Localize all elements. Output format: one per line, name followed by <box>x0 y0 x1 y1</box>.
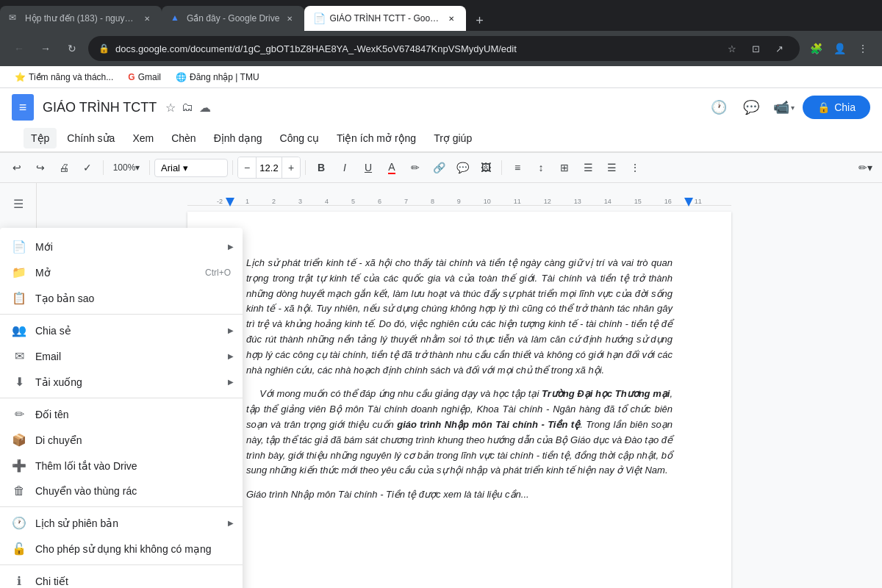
menu-dinh-dang[interactable]: Định dạng <box>207 128 270 148</box>
url-text: docs.google.com/document/d/1gC_gbOT1bZ8H… <box>115 43 716 54</box>
tab-docs-title: GIÁO TRÌNH TCTT - Google Tai li... <box>329 13 441 24</box>
refresh-button[interactable]: ↻ <box>62 38 82 59</box>
more-options-button[interactable]: ⋮ <box>624 157 646 179</box>
menu-cong-cu[interactable]: Công cụ <box>273 128 326 148</box>
toolbar-sep-3 <box>232 160 233 175</box>
redo-button[interactable]: ↪ <box>29 157 51 179</box>
extensions-icon[interactable]: 🧩 <box>806 38 826 59</box>
outline-icon[interactable]: ☰ <box>5 190 32 217</box>
italic-button[interactable]: I <box>334 157 356 179</box>
zoom-button[interactable]: 100%▾ <box>108 157 145 179</box>
tab-docs[interactable]: 📄 GIÁO TRÌNH TCTT - Google Tai li... ✕ <box>304 6 466 31</box>
toolbar: ↩ ↪ 🖨 ✓ 100%▾ Arial ▾ − + B I U A ✏ 🔗 💬 … <box>0 152 882 183</box>
forward-button[interactable]: → <box>35 38 56 59</box>
bookmark-tiem-nang-icon: ⭐ <box>15 72 26 82</box>
tab-drive-title: Gần đây - Google Drive <box>187 13 279 24</box>
document-area[interactable]: -21234 56789 1011121314 151611 Lịch sử p… <box>37 183 882 588</box>
bookmark-gmail[interactable]: G Gmail <box>122 71 167 84</box>
comments-icon[interactable]: 💬 <box>738 94 764 121</box>
tab-drive-favicon: ▲ <box>171 12 182 24</box>
tab-email-close[interactable]: ✕ <box>141 12 153 24</box>
address-bar: ← → ↻ 🔒 docs.google.com/document/d/1gC_g… <box>0 31 882 66</box>
bookmark-tiem-nang[interactable]: ⭐ Tiềm năng và thách... <box>9 71 119 84</box>
bookmark-tmu-label: Đăng nhập | TMU <box>190 72 259 82</box>
bookmark-tiem-nang-label: Tiềm năng và thách... <box>29 72 113 82</box>
bookmark-star-icon[interactable]: ☆ <box>722 38 742 59</box>
new-tab-button[interactable]: + <box>469 10 490 31</box>
toolbar-sep-4 <box>305 160 306 175</box>
more-icon[interactable]: ⋮ <box>853 38 873 59</box>
menu-tien-ich[interactable]: Tiện ích mở rộng <box>329 128 423 148</box>
line-spacing-button[interactable]: ↕ <box>530 157 552 179</box>
font-size-increase[interactable]: + <box>282 157 300 178</box>
format-button[interactable]: ⊞ <box>553 157 576 179</box>
url-bar[interactable]: 🔒 docs.google.com/document/d/1gC_gbOT1bZ… <box>88 36 800 61</box>
paragraph-1: Lịch sử phát triển kinh tế - xã hội cho … <box>246 256 673 378</box>
bookmark-gmail-icon: G <box>128 72 135 82</box>
menu-bar: Tệp Chính sửa Xem Chèn Định dạng Công cụ… <box>12 125 870 151</box>
history-icon[interactable]: 🕐 <box>706 94 732 121</box>
align-button[interactable]: ≡ <box>506 157 528 179</box>
ruler-numbers: -21234 56789 1011121314 151611 <box>187 198 731 205</box>
undo-button[interactable]: ↩ <box>6 157 28 179</box>
menu-tro-giup[interactable]: Trợ giúp <box>426 128 479 148</box>
app-area: ≡ GIÁO TRÌNH TCTT ☆ 🗂 ☁ 🕐 💬 📹▾ 🔒 Chia <box>0 88 882 588</box>
back-button[interactable]: ← <box>9 38 29 59</box>
video-icon[interactable]: 📹▾ <box>770 94 797 121</box>
share-button[interactable]: 🔒 Chia <box>803 96 870 119</box>
font-size-control: − + <box>237 157 301 179</box>
menu-xem[interactable]: Xem <box>125 128 161 148</box>
tab-email-title: Hộp thư đến (183) - nguyenhoai... <box>25 13 137 24</box>
docs-header-actions: 🕐 💬 📹▾ 🔒 Chia <box>706 94 870 121</box>
link-button[interactable]: 🔗 <box>428 157 450 179</box>
tab-email-favicon: ✉ <box>9 12 21 24</box>
tab-docs-close[interactable]: ✕ <box>445 12 457 24</box>
tab-bar: ✉ Hộp thư đến (183) - nguyenhoai... ✕ ▲ … <box>0 0 882 31</box>
tab-drive[interactable]: ▲ Gần đây - Google Drive ✕ <box>162 6 304 31</box>
font-size-input[interactable] <box>256 157 282 178</box>
font-size-decrease[interactable]: − <box>238 157 256 178</box>
toolbar-sep-5 <box>501 160 502 175</box>
browser-chrome: ✉ Hộp thư đến (183) - nguyenhoai... ✕ ▲ … <box>0 0 882 88</box>
menu-chen[interactable]: Chèn <box>164 128 203 148</box>
docs-title-icons: ☆ 🗂 ☁ <box>165 101 211 115</box>
star-icon[interactable]: ☆ <box>165 101 176 115</box>
menu-tep[interactable]: Tệp <box>24 128 57 148</box>
docs-header: ≡ GIÁO TRÌNH TCTT ☆ 🗂 ☁ 🕐 💬 📹▾ 🔒 Chia <box>0 88 882 152</box>
highlight-button[interactable]: ✏ <box>404 157 426 179</box>
numbered-list-button[interactable]: ☰ <box>600 157 623 179</box>
menu-chinh-sua[interactable]: Chính sửa <box>60 128 122 148</box>
editing-mode-button[interactable]: ✏▾ <box>854 157 876 179</box>
bullet-list-button[interactable]: ☰ <box>577 157 599 179</box>
paragraph-2: Với mong muốn có thể đáp ứng nhu cầu giả… <box>246 387 673 478</box>
docs-document-title[interactable]: GIÁO TRÌNH TCTT <box>43 100 157 115</box>
docs-logo: ≡ <box>12 94 34 121</box>
profile-icon[interactable]: 👤 <box>829 38 850 59</box>
font-dropdown-arrow: ▾ <box>183 162 188 173</box>
docs-title-row: ≡ GIÁO TRÌNH TCTT ☆ 🗂 ☁ 🕐 💬 📹▾ 🔒 Chia <box>12 94 870 121</box>
image-button[interactable]: 🖼 <box>475 157 497 179</box>
bookmark-tmu[interactable]: 🌐 Đăng nhập | TMU <box>170 71 265 84</box>
cloud-icon[interactable]: ☁ <box>199 101 211 115</box>
lock-share-icon: 🔒 <box>817 101 830 113</box>
sidebar-back-icon[interactable]: ◀ <box>5 223 32 249</box>
bold-button[interactable]: B <box>310 157 332 179</box>
comment-button[interactable]: 💬 <box>451 157 473 179</box>
left-sidebar: ☰ ◀ <box>0 183 37 588</box>
reader-mode-icon[interactable]: ⊡ <box>745 38 766 59</box>
tab-drive-close[interactable]: ✕ <box>284 12 295 24</box>
tab-email[interactable]: ✉ Hộp thư đến (183) - nguyenhoai... ✕ <box>0 6 162 31</box>
ruler: -21234 56789 1011121314 151611 <box>187 198 731 206</box>
toolbar-sep-2 <box>149 160 150 175</box>
share-button-label: Chia <box>834 101 856 113</box>
spellcheck-button[interactable]: ✓ <box>76 157 98 179</box>
share-url-icon[interactable]: ↗ <box>769 38 789 59</box>
underline-button[interactable]: U <box>357 157 379 179</box>
print-button[interactable]: 🖨 <box>53 157 75 179</box>
folder-icon[interactable]: 🗂 <box>182 101 193 114</box>
tab-docs-favicon: 📄 <box>313 12 325 24</box>
font-color-button[interactable]: A <box>381 157 403 179</box>
main-area: ☰ ◀ -21234 56789 1011121314 151611 <box>0 183 882 588</box>
toolbar-sep-1 <box>103 160 104 175</box>
font-selector[interactable]: Arial ▾ <box>154 159 228 177</box>
